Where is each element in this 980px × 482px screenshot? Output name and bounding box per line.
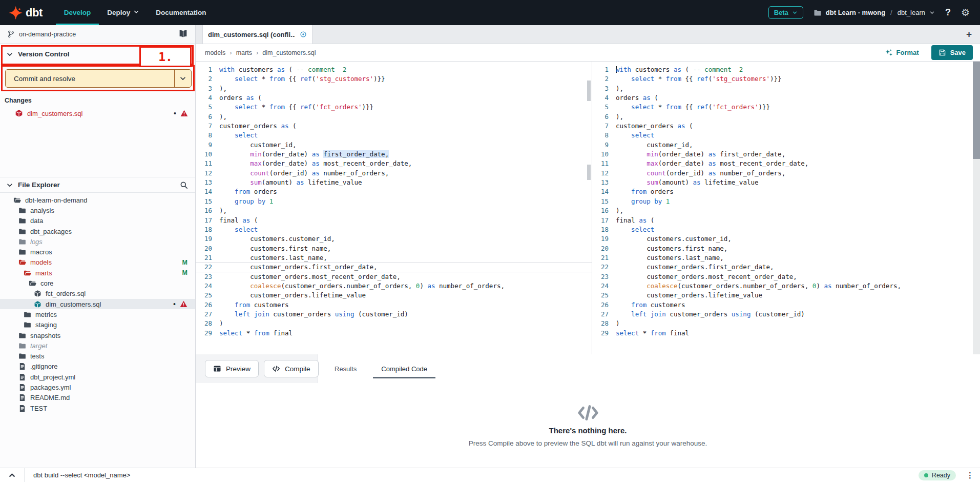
breadcrumb-marts[interactable]: marts [236, 49, 252, 56]
tree-item-target[interactable]: target [0, 340, 195, 351]
code-line: 15 group by 1 [592, 197, 973, 206]
tree-item-packages-yml[interactable]: packages.yml [0, 382, 195, 392]
tree-item-readme-md[interactable]: README.md [0, 393, 195, 403]
branch-name: on-demand-practice [19, 31, 76, 38]
code-text: sum(amount) as lifetime_value [219, 178, 362, 187]
tree-item-models[interactable]: modelsM [0, 257, 195, 268]
tree-item--gitignore[interactable]: .gitignore [0, 362, 195, 372]
code-line: 22 customer_orders.first_order_date, [196, 263, 592, 272]
kebab-menu-icon[interactable]: ⋮ [966, 471, 974, 479]
branch-selector[interactable]: on-demand-practice [0, 25, 195, 44]
code-line: 7customer_orders as ( [592, 122, 973, 131]
search-icon[interactable] [180, 181, 188, 189]
tree-item-dim-customers-sql[interactable]: dim_customers.sql• [0, 299, 195, 309]
folder-icon [18, 332, 26, 339]
new-tab-button[interactable]: + [966, 29, 972, 40]
tree-item-analysis[interactable]: analysis [0, 205, 195, 215]
code-line: 20 customers.first_name, [196, 244, 592, 253]
commit-and-resolve-button[interactable]: Commit and resolve [6, 70, 174, 87]
code-line: 12 count(order_id) as number_of_orders, [196, 169, 592, 178]
code-text: from customers [219, 300, 288, 310]
left-pane-scrollbar-thumb[interactable] [587, 165, 591, 180]
tree-item-fct-orders-sql[interactable]: fct_orders.sql [0, 289, 195, 299]
line-number: 18 [196, 225, 219, 234]
environment-name: dbt_learn [898, 9, 925, 16]
tree-item-metrics[interactable]: metrics [0, 309, 195, 319]
tree-item-tests[interactable]: tests [0, 351, 195, 361]
breadcrumb-file[interactable]: dim_customers.sql [262, 49, 316, 56]
changed-file-dim-customers[interactable]: dim_customers.sql • [0, 107, 195, 119]
line-number: 28 [592, 319, 616, 328]
nav-develop[interactable]: Develop [56, 0, 99, 25]
breadcrumb-models[interactable]: models [205, 49, 225, 56]
tree-item-snapshots[interactable]: snapshots [0, 330, 195, 340]
nav-right: Beta dbt Learn - mwong / dbt_learn ? ⚙ [768, 0, 980, 25]
right-pane-scrollbar-thumb[interactable] [973, 62, 980, 159]
line-number: 7 [592, 122, 616, 131]
code-line: 2 select * from {{ ref('stg_customers')}… [196, 74, 592, 84]
tab-title: dim_customers.sql (confli... [208, 31, 295, 38]
tab-dim-customers[interactable]: dim_customers.sql (confli... [202, 25, 312, 44]
code-line: 13 sum(amount) as lifetime_value [592, 178, 973, 187]
line-number: 21 [196, 253, 219, 263]
code-editor-split: 1with customers as ( -- comment 22 selec… [196, 62, 980, 354]
commit-options-dropdown[interactable] [174, 70, 191, 87]
compile-button[interactable]: Compile [264, 360, 319, 377]
tree-item-dbt-project-yml[interactable]: dbt_project.yml [0, 372, 195, 382]
tree-item-dbt-packages[interactable]: dbt_packages [0, 226, 195, 236]
gear-icon[interactable]: ⚙ [961, 8, 970, 17]
code-text: left join customer_orders using (custome… [616, 310, 805, 319]
line-number: 22 [592, 263, 616, 272]
right-pane-scrollbar-track[interactable] [973, 62, 980, 354]
tree-item-macros[interactable]: macros [0, 247, 195, 257]
tab-compiled-code[interactable]: Compiled Code [378, 354, 430, 383]
code-line: 24 coalesce(customer_orders.number_of_or… [196, 282, 592, 291]
code-line: 6), [592, 112, 973, 122]
nav-documentation[interactable]: Documentation [148, 0, 214, 25]
tree-item-dbt-learn-on-demand[interactable]: dbt-learn-on-demand [0, 195, 195, 205]
code-line: 27 left join customer_orders using (cust… [196, 310, 592, 319]
preview-button[interactable]: Preview [205, 360, 259, 377]
nav-deploy[interactable]: Deploy [99, 0, 148, 25]
tree-item-staging[interactable]: staging [0, 320, 195, 330]
code-pane-left[interactable]: 1with customers as ( -- comment 22 selec… [196, 62, 592, 354]
code-text: min(order_date) as first_order_date, [616, 150, 785, 159]
version-control-header[interactable]: Version Control [0, 44, 195, 65]
project-selector[interactable]: dbt Learn - mwong / dbt_learn [814, 9, 935, 17]
tree-item-test[interactable]: TEST [0, 403, 195, 413]
chevron-up-icon[interactable] [8, 471, 16, 479]
line-number: 2 [592, 74, 616, 84]
tab-results[interactable]: Results [331, 354, 360, 383]
code-icon [577, 404, 599, 421]
line-number: 14 [592, 187, 616, 196]
command-input[interactable]: dbt build --select <model_name> [33, 471, 130, 479]
tree-item-label: logs [30, 238, 43, 246]
dbt-logo[interactable]: dbt [0, 0, 56, 25]
beta-badge[interactable]: Beta [768, 6, 803, 19]
code-text: from orders [219, 187, 277, 196]
save-button[interactable]: Save [931, 45, 973, 60]
format-button[interactable]: Format [885, 49, 919, 57]
breadcrumb-bar: models › marts › dim_customers.sql Forma… [196, 44, 980, 62]
tree-item-marts[interactable]: martsM [0, 268, 195, 278]
tree-item-label: core [40, 279, 53, 287]
left-pane-scrollbar-thumb[interactable] [587, 81, 591, 101]
line-number: 8 [196, 131, 219, 140]
line-number: 7 [196, 122, 219, 131]
tree-item-core[interactable]: core [0, 278, 195, 288]
code-pane-right[interactable]: 1with customers as ( -- comment 22 selec… [592, 62, 973, 354]
tree-item-data[interactable]: data [0, 216, 195, 226]
code-text: customer_orders.first_order_date, [616, 263, 774, 272]
line-number: 19 [196, 234, 219, 244]
code-line: 10 min(order_date) as first_order_date, [592, 150, 973, 159]
code-line: 16), [196, 206, 592, 215]
tree-item-logs[interactable]: logs [0, 236, 195, 247]
docs-book-icon[interactable] [178, 30, 188, 38]
model-cube-icon [15, 109, 23, 117]
code-text: coalesce(customer_orders.number_of_order… [616, 282, 901, 291]
tree-item-label: tests [30, 352, 44, 360]
code-line: 13 sum(amount) as lifetime_value [196, 178, 592, 187]
file-explorer-header[interactable]: File Explorer [0, 177, 195, 193]
help-icon[interactable]: ? [945, 7, 951, 18]
nav-deploy-label: Deploy [107, 9, 130, 16]
